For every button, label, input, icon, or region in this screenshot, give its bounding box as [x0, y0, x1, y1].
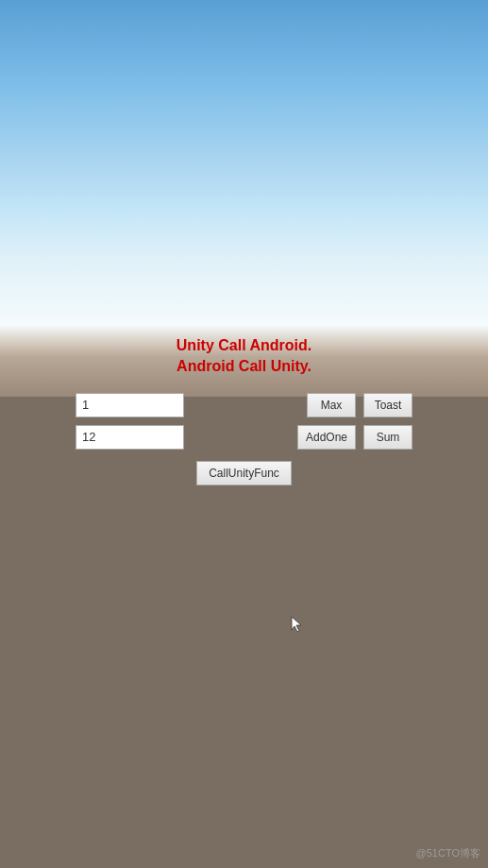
- row2: AddOne Sum: [0, 425, 488, 450]
- input-field-2[interactable]: [76, 425, 184, 450]
- watermark: @51CTO博客: [416, 846, 480, 860]
- title-line2: Android Call Unity.: [177, 356, 311, 377]
- input-field-1[interactable]: [76, 393, 184, 417]
- row3: CallUnityFunc: [0, 461, 488, 485]
- addone-button[interactable]: AddOne: [297, 425, 356, 450]
- callunityfunc-button[interactable]: CallUnityFunc: [196, 461, 292, 485]
- scene: Unity Call Android. Android Call Unity. …: [0, 0, 488, 868]
- ui-overlay: Unity Call Android. Android Call Unity. …: [0, 335, 488, 485]
- title-line1: Unity Call Android.: [177, 335, 311, 356]
- row1: Max Toast: [0, 393, 488, 417]
- title-block: Unity Call Android. Android Call Unity.: [177, 335, 311, 378]
- toast-button[interactable]: Toast: [363, 393, 412, 417]
- sum-button[interactable]: Sum: [363, 425, 412, 450]
- max-button[interactable]: Max: [307, 393, 356, 417]
